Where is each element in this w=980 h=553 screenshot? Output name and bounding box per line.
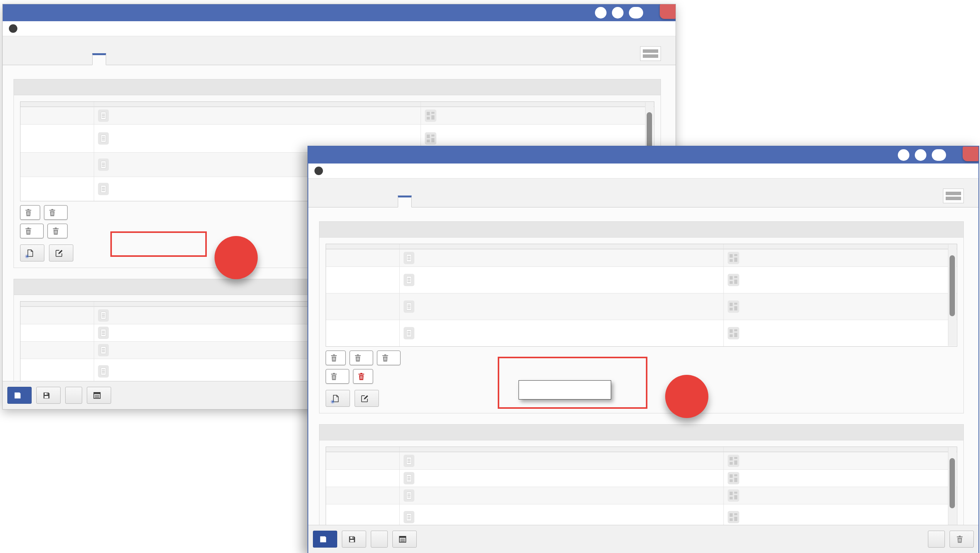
- show-proposal-button[interactable]: [392, 531, 417, 548]
- help-button[interactable]: [612, 7, 623, 19]
- tab-ueberwachungsplan[interactable]: [358, 196, 372, 207]
- list-icon: [93, 392, 101, 399]
- show-proposal-button[interactable]: [87, 387, 111, 404]
- cell-datum: [20, 177, 94, 201]
- tab-vertraege[interactable]: [40, 54, 53, 65]
- table-scrollbar[interactable]: [948, 244, 956, 346]
- trash-icon[interactable]: [331, 373, 337, 380]
- scroll-up-icon[interactable]: [948, 245, 956, 254]
- save-button[interactable]: [7, 387, 32, 404]
- scrollbar-thumb[interactable]: [950, 458, 955, 508]
- tab-allgemein[interactable]: [319, 196, 332, 207]
- tab-vertraege[interactable]: [345, 196, 358, 207]
- table-row[interactable]: [326, 452, 957, 469]
- column-header-datum[interactable]: [20, 102, 94, 106]
- cell-datum: [326, 320, 399, 346]
- table-row[interactable]: [326, 249, 957, 266]
- save-button[interactable]: [313, 531, 337, 548]
- table-row[interactable]: [326, 266, 957, 293]
- cell-bezeichnung: [399, 320, 723, 346]
- report-chip[interactable]: [326, 369, 349, 384]
- tab-aenderungen[interactable]: [66, 54, 79, 65]
- delete-button[interactable]: [950, 531, 974, 548]
- info-button[interactable]: [898, 149, 909, 161]
- column-header-datum[interactable]: [326, 447, 399, 452]
- report-chip[interactable]: [350, 351, 373, 365]
- column-header-bezeichnung[interactable]: [94, 102, 421, 106]
- close-button[interactable]: [963, 146, 979, 161]
- cancel-button[interactable]: [371, 531, 388, 548]
- window-front: ✳: [308, 146, 979, 553]
- end-editing-button[interactable]: [49, 244, 73, 261]
- table-row[interactable]: [326, 469, 957, 487]
- tab-bewertung[interactable]: [27, 54, 40, 65]
- extras-button[interactable]: [629, 7, 643, 19]
- trash-icon[interactable]: [331, 354, 337, 362]
- layout-menu-icon[interactable]: [640, 46, 661, 61]
- scrollbar-thumb[interactable]: [950, 255, 955, 316]
- title-bar[interactable]: [308, 147, 978, 164]
- tab-aenderungen[interactable]: [372, 196, 385, 207]
- save-and-close-button[interactable]: [36, 387, 61, 404]
- trash-icon[interactable]: [382, 354, 389, 362]
- table-row[interactable]: [326, 293, 957, 320]
- tab-berichte[interactable]: [398, 196, 412, 207]
- scroll-down-icon[interactable]: [948, 337, 956, 345]
- scroll-up-icon[interactable]: [948, 448, 956, 457]
- create-risk-report-button[interactable]: ✳: [20, 244, 44, 261]
- column-header-reports[interactable]: [723, 447, 957, 452]
- document-icon: [98, 132, 109, 145]
- report-chip[interactable]: [47, 224, 68, 238]
- version-link[interactable]: [308, 164, 978, 179]
- table-row[interactable]: [326, 320, 957, 346]
- save-close-icon: [43, 392, 50, 399]
- cell-datum: [20, 153, 94, 177]
- tab-berichte[interactable]: [92, 53, 106, 65]
- tab-sollmassnahmen[interactable]: [425, 196, 438, 207]
- column-header-reports[interactable]: [421, 102, 654, 106]
- table-row[interactable]: [326, 487, 957, 504]
- column-header-datum[interactable]: [20, 302, 94, 306]
- column-header-datum[interactable]: [326, 244, 399, 249]
- report-chip-selected[interactable]: [353, 369, 373, 384]
- tab-vorfaelle[interactable]: [385, 196, 398, 207]
- trash-icon[interactable]: [52, 228, 59, 235]
- trash-icon[interactable]: [49, 209, 56, 216]
- tab-risikomanagement[interactable]: [412, 196, 425, 207]
- tab-sollmassnahmen[interactable]: [119, 54, 132, 65]
- report-chip[interactable]: [377, 351, 400, 365]
- report-chip[interactable]: [20, 224, 44, 238]
- list-icon: [399, 536, 406, 543]
- trash-icon[interactable]: [355, 354, 361, 362]
- title-bar[interactable]: [3, 4, 676, 21]
- report-chip[interactable]: [326, 351, 346, 365]
- tab-allgemein[interactable]: [14, 54, 27, 65]
- release-button[interactable]: [928, 531, 945, 548]
- report-chip[interactable]: [20, 205, 40, 220]
- help-button[interactable]: [915, 149, 926, 161]
- scroll-up-icon[interactable]: [645, 103, 653, 111]
- info-button[interactable]: [595, 7, 607, 19]
- trash-icon[interactable]: [25, 228, 32, 235]
- save-and-close-button[interactable]: [342, 531, 366, 548]
- version-link[interactable]: [3, 21, 676, 36]
- layout-menu-icon[interactable]: [943, 189, 964, 203]
- table-row[interactable]: [20, 107, 654, 124]
- trash-icon[interactable]: [25, 209, 32, 216]
- tab-vorfaelle[interactable]: [79, 54, 92, 65]
- cell-report: [723, 487, 957, 504]
- tab-risikomanagement[interactable]: [106, 54, 119, 65]
- trash-icon: [956, 536, 963, 543]
- close-button[interactable]: [660, 4, 676, 19]
- end-editing-button[interactable]: [355, 390, 379, 407]
- tab-ueberwachungsplan[interactable]: [53, 54, 66, 65]
- column-header-reports[interactable]: [723, 244, 957, 249]
- cancel-button[interactable]: [65, 387, 82, 404]
- column-header-bezeichnung[interactable]: [399, 447, 723, 452]
- extras-button[interactable]: [932, 149, 946, 161]
- create-risk-report-button[interactable]: ✳: [326, 390, 350, 407]
- column-header-bezeichnung[interactable]: [399, 244, 723, 249]
- tab-bewertung[interactable]: [332, 196, 345, 207]
- report-chip[interactable]: [44, 205, 68, 220]
- trash-icon-red[interactable]: [358, 373, 365, 380]
